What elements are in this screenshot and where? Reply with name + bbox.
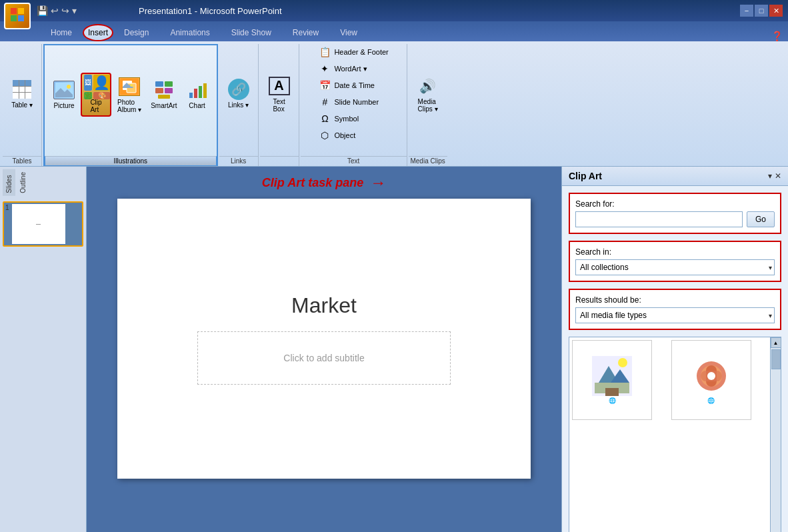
svg-rect-1 bbox=[18, 8, 24, 14]
quick-access-toolbar: 💾 ↩ ↪ ▾ bbox=[37, 5, 77, 16]
links-button[interactable]: 🔗 Links ▾ bbox=[225, 77, 253, 111]
tab-animations[interactable]: Animations bbox=[159, 24, 220, 41]
text-items: 📋 Header & Footer ✦ WordArt ▾ 📅 Date & T… bbox=[315, 44, 391, 154]
date-time-button[interactable]: 📅 Date & Time bbox=[315, 77, 377, 93]
maximize-button[interactable]: □ bbox=[755, 5, 768, 17]
help-button[interactable]: ❓ bbox=[771, 31, 783, 41]
ribbon-content: Table ▾ Tables bbox=[0, 41, 788, 166]
slide-number-label: Slide Number bbox=[334, 98, 379, 106]
svg-point-11 bbox=[130, 84, 133, 87]
links-label: Links ▾ bbox=[228, 101, 249, 109]
photo-album-button[interactable]: PhotoAlbum ▾ bbox=[114, 74, 145, 115]
task-pane-dropdown-button[interactable]: ▾ bbox=[768, 171, 772, 181]
textbox-buttons: A TextBox bbox=[265, 44, 293, 154]
results-select-wrapper: All media file types Clip Art Photograph… bbox=[575, 307, 775, 323]
text-box-icon: A bbox=[269, 75, 290, 97]
slide-thumbnail-1: — bbox=[12, 204, 65, 244]
undo-qa-button[interactable]: ↩ bbox=[51, 5, 59, 16]
wordart-button[interactable]: ✦ WordArt ▾ bbox=[315, 61, 369, 77]
header-footer-button[interactable]: 📋 Header & Footer bbox=[315, 44, 391, 60]
symbol-label: Symbol bbox=[334, 115, 359, 123]
scroll-up-button[interactable]: ▲ bbox=[771, 337, 781, 348]
illustrations-buttons: Picture 🖼 👤 🌿 🎨 ClipArt bbox=[50, 45, 211, 154]
clip-art-grid: 🌐 bbox=[569, 337, 770, 532]
minimize-button[interactable]: − bbox=[740, 5, 753, 17]
slide-number-1: 1 bbox=[5, 204, 9, 211]
object-icon: ⬡ bbox=[318, 129, 331, 142]
slide-nav-item-1[interactable]: 1 — bbox=[3, 201, 83, 247]
office-button[interactable] bbox=[4, 3, 31, 29]
slide-subtitle-placeholder[interactable]: Click to add subtitle bbox=[197, 331, 451, 385]
task-pane-scrollbar[interactable]: ▲ ▼ bbox=[770, 337, 781, 532]
smartart-button[interactable]: SmartArt bbox=[147, 77, 180, 111]
clip-art-item-2[interactable]: 🌐 bbox=[671, 340, 751, 420]
object-button[interactable]: ⬡ Object bbox=[315, 127, 358, 143]
links-icon: 🔗 bbox=[228, 79, 249, 100]
ribbon-group-media: 🔊 MediaClips ▾ Media Clips bbox=[409, 44, 447, 166]
smartart-label: SmartArt bbox=[151, 102, 177, 109]
textbox-group-label bbox=[260, 156, 299, 165]
svg-rect-18 bbox=[194, 89, 197, 98]
ribbon-group-text: 📋 Header & Footer ✦ WordArt ▾ 📅 Date & T… bbox=[301, 44, 407, 166]
tab-slideshow[interactable]: Slide Show bbox=[221, 24, 282, 41]
slide-canvas[interactable]: Market Click to add subtitle bbox=[117, 199, 531, 479]
search-in-row: All collections My Collections Office Co… bbox=[575, 259, 775, 275]
clip-art-item-1[interactable]: 🌐 bbox=[572, 340, 652, 420]
photo-album-label: PhotoAlbum ▾ bbox=[117, 99, 141, 113]
links-buttons: 🔗 Links ▾ bbox=[225, 44, 253, 154]
redo-qa-button[interactable]: ↪ bbox=[61, 5, 69, 16]
tables-group-label: Tables bbox=[3, 156, 41, 165]
search-for-label: Search for: bbox=[575, 199, 775, 209]
clip-art-image-1 bbox=[592, 356, 632, 396]
text-box-button[interactable]: A TextBox bbox=[265, 73, 293, 115]
tab-review[interactable]: Review bbox=[282, 24, 329, 41]
tab-bar: Home Insert Design Animations Slide Show… bbox=[0, 21, 788, 41]
clip-art-label: ClipArt bbox=[90, 99, 101, 113]
task-pane-controls: ▾ ✕ bbox=[768, 171, 781, 181]
search-in-label: Search in: bbox=[575, 247, 775, 257]
search-for-group: Search for: Go bbox=[569, 193, 781, 234]
title-bar-left: 💾 ↩ ↪ ▾ Presentation1 - Microsoft PowerP… bbox=[5, 6, 282, 16]
results-row: All media file types Clip Art Photograph… bbox=[575, 307, 775, 323]
save-qa-button[interactable]: 💾 bbox=[37, 5, 48, 16]
chart-button[interactable]: Chart bbox=[183, 77, 211, 111]
wordart-label: WordArt ▾ bbox=[334, 65, 367, 73]
illustrations-group-label: Illustrations bbox=[45, 156, 217, 166]
symbol-icon: Ω bbox=[318, 112, 331, 125]
svg-rect-25 bbox=[605, 388, 619, 396]
tab-view[interactable]: View bbox=[329, 24, 368, 41]
clip-art-button[interactable]: 🖼 👤 🌿 🎨 ClipArt bbox=[81, 73, 111, 117]
outline-tab[interactable]: Outline bbox=[17, 169, 29, 196]
results-select[interactable]: All media file types Clip Art Photograph… bbox=[575, 307, 775, 323]
links-group-label: Links bbox=[219, 156, 258, 165]
customize-qa-button[interactable]: ▾ bbox=[72, 5, 77, 16]
svg-rect-2 bbox=[11, 15, 17, 21]
task-pane-close-button[interactable]: ✕ bbox=[775, 171, 781, 181]
table-button[interactable]: Table ▾ bbox=[8, 77, 36, 111]
go-button[interactable]: Go bbox=[747, 211, 775, 227]
table-label: Table ▾ bbox=[11, 101, 33, 109]
search-for-input[interactable] bbox=[575, 211, 743, 227]
picture-label: Picture bbox=[53, 102, 74, 109]
picture-button[interactable]: Picture bbox=[50, 77, 78, 111]
symbol-button[interactable]: Ω Symbol bbox=[315, 111, 361, 127]
table-icon bbox=[11, 79, 33, 100]
slides-tab[interactable]: Slides bbox=[3, 169, 15, 196]
search-in-group: Search in: All collections My Collection… bbox=[569, 241, 781, 282]
tab-insert[interactable]: Insert bbox=[83, 24, 113, 41]
tab-design[interactable]: Design bbox=[113, 24, 159, 41]
scroll-thumb[interactable] bbox=[771, 349, 781, 369]
media-clips-button[interactable]: 🔊 MediaClips ▾ bbox=[414, 73, 442, 115]
task-pane-body: Search for: Go Search in: All collection… bbox=[562, 186, 788, 532]
header-footer-icon: 📋 bbox=[318, 45, 331, 59]
search-for-row: Go bbox=[575, 211, 775, 227]
photo-album-icon bbox=[119, 76, 140, 97]
search-in-select[interactable]: All collections My Collections Office Co… bbox=[575, 259, 775, 275]
office-icon bbox=[9, 7, 25, 26]
clip-art-task-pane: Clip Art ▾ ✕ Search for: Go Search in: bbox=[561, 167, 788, 532]
close-button[interactable]: ✕ bbox=[769, 5, 783, 17]
tab-home[interactable]: Home bbox=[40, 24, 83, 41]
slide-number-button[interactable]: # Slide Number bbox=[315, 94, 381, 110]
svg-rect-19 bbox=[199, 86, 202, 98]
svg-rect-17 bbox=[189, 93, 193, 98]
